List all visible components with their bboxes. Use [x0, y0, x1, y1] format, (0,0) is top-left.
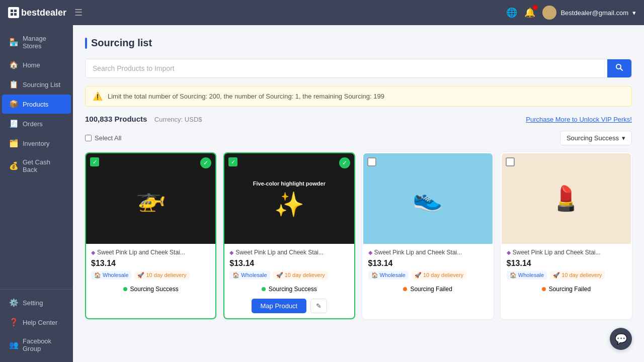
- product-status: Sourcing Success: [91, 284, 210, 295]
- product-checkbox[interactable]: [506, 157, 515, 166]
- product-checkbox[interactable]: ✓: [90, 157, 99, 166]
- product-image-wrap: 🚁 ✓ ✓: [86, 153, 215, 244]
- svg-line-5: [621, 69, 623, 71]
- product-image-wrap: 👟: [363, 153, 493, 244]
- chevron-down-icon: ▾: [632, 9, 636, 17]
- edit-button[interactable]: ✎: [310, 299, 327, 313]
- product-checkbox[interactable]: ✓: [228, 157, 237, 166]
- select-all-checkbox[interactable]: [85, 135, 92, 141]
- filter-dropdown[interactable]: Sourcing Success ▾: [560, 131, 632, 145]
- manage-stores-icon: 🏪: [9, 38, 19, 47]
- product-price: $13.14: [91, 259, 210, 268]
- hamburger-button[interactable]: ☰: [74, 7, 83, 18]
- sidebar-item-inventory[interactable]: 🗂️Inventory: [2, 134, 71, 153]
- sidebar-item-setting[interactable]: ⚙️Setting: [2, 293, 71, 312]
- product-card-body: ◆ Sweet Pink Lip and Cheek Stai... $13.1…: [502, 244, 631, 300]
- product-price: $13.14: [229, 259, 349, 268]
- notification-icon[interactable]: 🔔: [524, 7, 535, 18]
- notification-badge: [533, 5, 537, 10]
- sidebar-item-orders[interactable]: 🧾Orders: [2, 114, 71, 133]
- sidebar-item-label: Products: [23, 101, 48, 108]
- app-logo: bestdealer: [8, 7, 66, 18]
- product-tags: 🏠 Wholesale 🚀 10 day delievery: [507, 271, 626, 280]
- sidebar-item-label: Setting: [23, 299, 43, 307]
- sidebar-item-label: Orders: [23, 120, 43, 128]
- alert-box: ⚠️ Limit the total number of Sourcing: 2…: [85, 86, 632, 107]
- sidebar-item-label: Sourcing List: [23, 81, 60, 88]
- user-email: Bestdealer@gmail.com: [560, 9, 628, 17]
- inventory-icon: 🗂️: [9, 139, 19, 148]
- help-center-icon: ❓: [9, 318, 19, 327]
- delivery-tag: 🚀 10 day delievery: [550, 271, 605, 280]
- diamond-icon: ◆: [229, 249, 233, 256]
- product-tags: 🏠 Wholesale 🚀 10 day delievery: [91, 271, 210, 280]
- avatar: [542, 6, 556, 20]
- product-image-wrap: 💄: [502, 153, 631, 244]
- sidebar-item-manage-stores[interactable]: 🏪Manage Stores: [2, 30, 71, 55]
- product-image: Five-color highlight powder ✨: [224, 153, 354, 244]
- status-indicator: [262, 287, 266, 291]
- sidebar-item-label: Manage Stores: [23, 35, 64, 50]
- product-img-text: Five-color highlight powder: [249, 178, 330, 189]
- product-checkbox[interactable]: [367, 157, 376, 166]
- page-title: Sourcing list: [85, 37, 632, 49]
- diamond-icon: ◆: [507, 249, 511, 256]
- product-selected-badge: ✓: [339, 157, 350, 168]
- product-card-body: ◆ Sweet Pink Lip and Cheek Stai... $13.1…: [224, 244, 354, 318]
- search-bar: [85, 59, 632, 78]
- product-image: 👟: [363, 153, 493, 244]
- sidebar-item-sourcing-list[interactable]: 📋Sourcing List: [2, 75, 71, 94]
- user-menu[interactable]: Bestdealer@gmail.com ▾: [542, 6, 636, 20]
- product-img-emoji: ✨: [274, 191, 304, 219]
- product-grid: 🚁 ✓ ✓ ◆ Sweet Pink Lip and Cheek Stai...…: [85, 152, 632, 319]
- filter-toolbar: Select All Sourcing Success ▾: [85, 131, 632, 145]
- sidebar-bottom: ⚙️Setting❓Help Center👥Facebook Group: [0, 289, 73, 358]
- diamond-icon: ◆: [91, 249, 95, 256]
- select-all-label[interactable]: Select All: [85, 134, 121, 142]
- svg-rect-2: [11, 13, 13, 16]
- product-count: 100,833 Products: [85, 115, 147, 123]
- wholesale-tag: 🏠 Wholesale: [507, 271, 547, 280]
- wholesale-tag: 🏠 Wholesale: [368, 271, 409, 280]
- product-card: 👟 ◆ Sweet Pink Lip and Cheek Stai... $13…: [362, 152, 494, 319]
- chat-bubble[interactable]: 💬: [610, 328, 632, 350]
- sidebar-item-home[interactable]: 🏠Home: [2, 55, 71, 74]
- vip-link[interactable]: Purchase More to Unlock VIP Perks!: [526, 116, 632, 123]
- svg-rect-3: [14, 13, 17, 16]
- product-image: 🚁: [86, 153, 215, 244]
- home-icon: 🏠: [9, 60, 19, 69]
- search-button[interactable]: [607, 59, 631, 77]
- status-label: Sourcing Failed: [410, 286, 452, 293]
- top-navigation: bestdealer ☰ 🌐 🔔 Bestdealer@gmail.com ▾: [0, 0, 644, 25]
- wholesale-tag: 🏠 Wholesale: [91, 271, 131, 280]
- product-tags: 🏠 Wholesale 🚀 10 day delievery: [229, 271, 349, 280]
- search-input[interactable]: [86, 59, 607, 77]
- topnav-left: bestdealer ☰: [8, 7, 83, 18]
- product-image: 💄: [502, 153, 631, 244]
- get-cash-back-icon: 💰: [9, 161, 19, 170]
- product-title: ◆ Sweet Pink Lip and Cheek Stai...: [91, 249, 210, 256]
- wholesale-tag: 🏠 Wholesale: [229, 271, 270, 280]
- globe-icon[interactable]: 🌐: [506, 7, 517, 18]
- product-title: ◆ Sweet Pink Lip and Cheek Stai...: [229, 249, 349, 256]
- status-indicator: [403, 287, 407, 291]
- orders-icon: 🧾: [9, 119, 19, 128]
- product-img-emoji: 👟: [413, 185, 443, 213]
- product-card: 💄 ◆ Sweet Pink Lip and Cheek Stai... $13…: [501, 152, 632, 319]
- status-label: Sourcing Success: [130, 286, 179, 293]
- product-card-body: ◆ Sweet Pink Lip and Cheek Stai... $13.1…: [86, 244, 215, 300]
- sidebar-item-get-cash-back[interactable]: 💰Get Cash Back: [2, 153, 71, 178]
- status-indicator: [123, 287, 127, 291]
- facebook-group-icon: 👥: [9, 340, 19, 349]
- sidebar-item-products[interactable]: 📦Products: [2, 95, 71, 114]
- sidebar-item-facebook-group[interactable]: 👥Facebook Group: [2, 332, 71, 357]
- sidebar-item-help-center[interactable]: ❓Help Center: [2, 313, 71, 332]
- product-title: ◆ Sweet Pink Lip and Cheek Stai...: [368, 249, 488, 256]
- product-status: Sourcing Failed: [507, 284, 626, 295]
- sidebar-item-label: Help Center: [23, 319, 57, 326]
- product-card: Five-color highlight powder ✨ ✓ ✓ ◆ Swee…: [223, 152, 355, 319]
- products-icon: 📦: [9, 100, 19, 109]
- delivery-tag: 🚀 10 day delievery: [412, 271, 466, 280]
- map-product-button[interactable]: Map Product: [252, 299, 307, 313]
- product-count-area: 100,833 Products Currency: USD$: [85, 115, 202, 124]
